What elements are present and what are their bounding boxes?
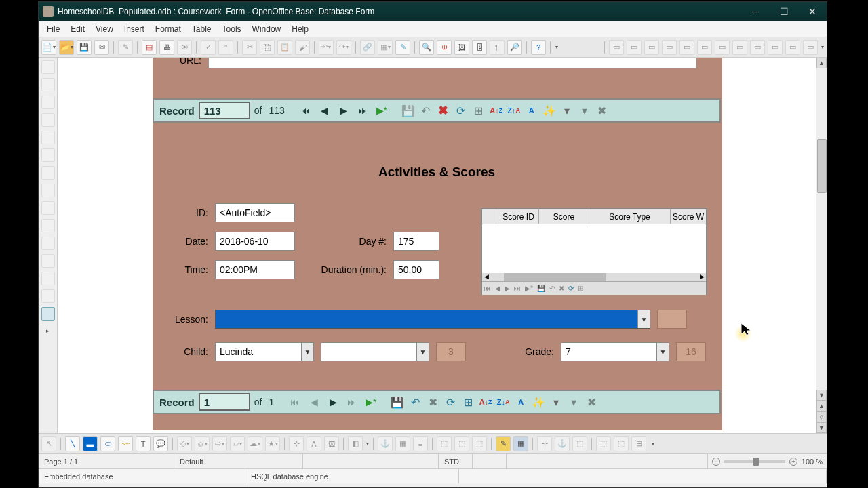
points-tool[interactable]: ⊹ xyxy=(289,436,304,451)
delete-record-icon2[interactable]: ✖ xyxy=(425,394,441,410)
fromfile-tool[interactable]: 🖼 xyxy=(324,436,339,451)
scroll-down-icon[interactable]: ▼ xyxy=(816,390,827,401)
child-combo[interactable]: Lucinda ▼ xyxy=(215,342,314,361)
prev-record-button[interactable]: ◀ xyxy=(316,102,334,119)
back-tool[interactable]: ⬚ xyxy=(472,436,487,451)
lt-design[interactable] xyxy=(41,78,55,92)
sort-asc-icon2[interactable]: A↓Z xyxy=(477,394,494,410)
t-more[interactable]: ⊞ xyxy=(576,285,585,292)
callouts-tool[interactable]: ☁▾ xyxy=(248,436,262,451)
t-new[interactable]: ▶* xyxy=(523,285,535,292)
tb-r2[interactable]: ▭ xyxy=(627,40,642,55)
menu-format[interactable]: Format xyxy=(150,23,186,35)
form-filter-icon[interactable]: ▾ xyxy=(576,102,593,119)
blank-combo[interactable]: ▼ xyxy=(321,342,429,361)
undo-entry-icon2[interactable]: ↶ xyxy=(407,394,423,410)
menu-window[interactable]: Window xyxy=(247,23,287,35)
help-button[interactable]: ? xyxy=(531,40,546,55)
preview-button[interactable]: 👁 xyxy=(177,40,192,55)
next-record-button[interactable]: ▶ xyxy=(335,102,353,119)
zoom-in-icon[interactable]: + xyxy=(789,458,797,466)
remove-filter-icon2[interactable]: ✖ xyxy=(583,394,599,410)
print-button[interactable]: 🖶 xyxy=(159,40,174,55)
lesson-aux-box[interactable] xyxy=(657,310,687,329)
copy-button[interactable]: ⿻ xyxy=(260,40,275,55)
t-del[interactable]: ✖ xyxy=(557,285,566,292)
minimize-button[interactable]: ─ xyxy=(745,5,766,18)
autofilter-icon[interactable]: A xyxy=(524,102,540,119)
redo-button[interactable]: ↷▾ xyxy=(336,40,351,55)
remove-filter-icon[interactable]: ✖ xyxy=(594,102,610,119)
grid-tool[interactable]: ⊞ xyxy=(631,436,646,451)
filter-magic-icon2[interactable]: ✨ xyxy=(530,394,547,410)
front-tool[interactable]: ⬚ xyxy=(454,436,469,451)
sort-asc-icon[interactable]: A↓Z xyxy=(488,102,505,119)
anchor-tool[interactable]: ⚓ xyxy=(378,436,393,451)
order-icon[interactable]: ⊞ xyxy=(471,102,487,119)
ellipse-tool[interactable]: ⬭ xyxy=(100,436,115,451)
mode-status[interactable]: STD xyxy=(439,454,473,468)
nav-up-icon[interactable]: ▲ xyxy=(816,401,827,411)
t-last[interactable]: ⏭ xyxy=(512,285,523,292)
navigator-button[interactable]: ⊕ xyxy=(437,40,452,55)
lt-formatted[interactable] xyxy=(41,131,55,144)
first-record-button2[interactable]: ⏮ xyxy=(286,393,304,411)
select-tool[interactable]: ↖ xyxy=(41,436,56,451)
fontwork-tool[interactable]: A xyxy=(307,436,321,451)
scores-table[interactable]: Score ID Score Score Type Score W ◀▶ ⏮ ◀… xyxy=(481,208,707,295)
lt-more[interactable] xyxy=(41,237,55,250)
enter-group-tool[interactable]: ⬚ xyxy=(596,436,611,451)
tb-r9[interactable]: ▭ xyxy=(750,40,765,55)
flowchart-tool[interactable]: ▱▾ xyxy=(230,436,245,451)
filter-icon[interactable]: ▾ xyxy=(559,102,575,119)
extrusion-tool[interactable]: ◧ xyxy=(348,436,363,451)
t-prev[interactable]: ◀ xyxy=(493,285,502,292)
menu-insert[interactable]: Insert xyxy=(119,23,150,35)
sort-desc-icon[interactable]: Z↓A xyxy=(506,102,522,119)
open-button[interactable]: 📂▾ xyxy=(59,40,74,55)
sort-desc-icon2[interactable]: Z↓A xyxy=(495,394,511,410)
text-tool[interactable]: T xyxy=(136,436,151,451)
duration-input[interactable] xyxy=(393,260,439,279)
freeform-tool[interactable]: 〰 xyxy=(118,436,133,451)
maximize-button[interactable]: ☐ xyxy=(774,5,794,18)
t-first[interactable]: ⏮ xyxy=(482,285,493,292)
menu-file[interactable]: File xyxy=(41,23,65,35)
menu-table[interactable]: Table xyxy=(186,23,217,35)
paste-button[interactable]: 📋 xyxy=(277,40,292,55)
lt-check[interactable] xyxy=(41,96,55,109)
rect-tool[interactable]: ▬ xyxy=(83,436,98,451)
refresh-icon2[interactable]: ⟳ xyxy=(442,394,458,410)
time-input[interactable] xyxy=(215,260,295,279)
format-paint-button[interactable]: 🖌 xyxy=(295,40,310,55)
close-button[interactable]: ✕ xyxy=(802,5,823,18)
shapes-tool[interactable]: ◇▾ xyxy=(177,436,192,451)
new-record-button[interactable]: ▶* xyxy=(373,102,391,119)
t-undo[interactable]: ↶ xyxy=(547,285,557,292)
zoom-slider[interactable] xyxy=(724,460,785,463)
date-input[interactable] xyxy=(215,232,295,251)
draw-button[interactable]: ✎ xyxy=(395,40,410,55)
grade-combo[interactable]: 7 ▼ xyxy=(561,342,669,361)
lt-option[interactable] xyxy=(41,166,55,180)
t-save[interactable]: 💾 xyxy=(535,285,547,292)
lesson-dropdown-icon[interactable]: ▼ xyxy=(637,310,650,328)
pdf-button[interactable]: ▤ xyxy=(142,40,157,55)
scroll-up-icon[interactable]: ▲ xyxy=(816,58,827,68)
order-icon2[interactable]: ⊞ xyxy=(460,394,476,410)
t-next[interactable]: ▶ xyxy=(502,285,512,292)
stars-tool[interactable]: ★▾ xyxy=(265,436,280,451)
last-record-button[interactable]: ⏭ xyxy=(354,102,372,119)
scroll-thumb[interactable] xyxy=(817,139,827,193)
tb-r7[interactable]: ▭ xyxy=(715,40,730,55)
prev-record-button2[interactable]: ◀ xyxy=(305,393,323,411)
lt-wizard[interactable] xyxy=(41,272,55,285)
hyperlink-button[interactable]: 🔗 xyxy=(360,40,375,55)
lt-label[interactable] xyxy=(41,219,55,232)
menu-view[interactable]: View xyxy=(90,23,119,35)
save-record-icon2[interactable]: 💾 xyxy=(389,394,406,410)
menu-edit[interactable]: Edit xyxy=(65,23,90,35)
scorew-header[interactable]: Score W xyxy=(671,209,706,224)
tb-r5[interactable]: ▭ xyxy=(679,40,694,55)
tb-r4[interactable]: ▭ xyxy=(662,40,677,55)
